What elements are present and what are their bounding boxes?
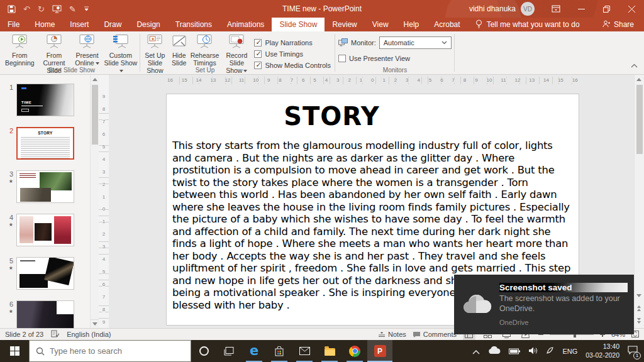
taskbar-edge[interactable]: e	[242, 340, 267, 362]
scroll-up-icon[interactable]	[91, 75, 99, 84]
onedrive-tray-icon[interactable]	[488, 346, 501, 357]
scroll-up-icon[interactable]	[635, 75, 643, 84]
tab-insert[interactable]: Insert	[62, 18, 96, 31]
taskbar-store[interactable]	[267, 340, 292, 362]
notification-toast[interactable]: Screenshot saved The screenshot was adde…	[454, 275, 634, 334]
tab-slide-show[interactable]: Slide Show	[272, 18, 325, 31]
comments-button[interactable]: Comments	[413, 331, 457, 338]
tab-help[interactable]: Help	[396, 18, 427, 31]
thumbnail-slide-1[interactable]: 1 TIME	[0, 84, 90, 116]
tab-design[interactable]: Design	[129, 18, 167, 31]
animation-star-icon: ★	[0, 265, 13, 272]
search-input[interactable]	[50, 346, 169, 356]
tell-me-box[interactable]: Tell me what you want to do	[468, 18, 587, 31]
slide-6-thumbnail[interactable]	[16, 300, 74, 328]
notes-button[interactable]: Notes	[378, 331, 406, 338]
customize-qat-icon[interactable]	[84, 6, 89, 11]
tab-draw[interactable]: Draw	[96, 18, 129, 31]
taskbar-mail[interactable]	[292, 340, 317, 362]
show-hidden-icons-button[interactable]	[472, 346, 480, 357]
start-button[interactable]	[0, 340, 29, 362]
mini-image	[44, 257, 74, 285]
monitor-icon	[338, 38, 348, 48]
action-center-button[interactable]: 1	[628, 346, 638, 357]
taskbar-file-explorer[interactable]	[317, 340, 342, 362]
slide-title[interactable]: STORY	[167, 102, 579, 131]
edge-icon: e	[250, 344, 258, 358]
task-view-button[interactable]	[216, 340, 242, 362]
tab-view[interactable]: View	[365, 18, 396, 31]
monitor-dropdown[interactable]: Automatic	[379, 36, 452, 49]
vertical-ruler-numbers: 9876543210123456789	[99, 94, 109, 325]
slide-5-thumbnail[interactable]	[16, 257, 74, 290]
mini-title: STORY	[18, 131, 73, 135]
spellcheck-icon[interactable]	[51, 330, 59, 339]
ribbon-separator	[454, 34, 455, 72]
checkbox-use-timings[interactable]: Use Timings	[254, 50, 331, 58]
cortana-button[interactable]	[191, 340, 216, 362]
thumbnail-slide-2[interactable]: 2 STORY	[0, 127, 90, 160]
taskbar-clock[interactable]: 13:40 03-02-2020	[586, 343, 619, 359]
tab-transitions[interactable]: Transitions	[168, 18, 219, 31]
next-slide-button[interactable]	[635, 316, 643, 325]
search-icon	[36, 347, 45, 356]
thumbnail-slide-3[interactable]: 3 ★	[0, 170, 90, 203]
thumbnail-slide-5[interactable]: 5 ★	[0, 257, 90, 290]
thumbnail-slide-4[interactable]: 4 ★	[0, 214, 90, 246]
scroll-down-icon[interactable]	[635, 291, 643, 300]
pen-icon[interactable]: ✎	[69, 5, 76, 13]
tab-review[interactable]: Review	[325, 18, 364, 31]
avatar[interactable]: VD	[521, 2, 535, 16]
scroll-down-icon[interactable]	[91, 319, 99, 328]
thumbnail-slide-6[interactable]: 6 ★	[0, 300, 90, 328]
user-name[interactable]: vidhi dhanuka	[469, 4, 516, 13]
thumbnail-scrollbar[interactable]	[90, 75, 99, 328]
slide-number: 2	[0, 127, 13, 134]
restore-button[interactable]	[594, 0, 619, 18]
slide-4-thumbnail[interactable]	[16, 214, 74, 246]
mail-icon	[299, 347, 310, 355]
undo-icon[interactable]: ↶	[23, 5, 30, 13]
start-slideshow-icon[interactable]	[52, 5, 62, 13]
language-indicator[interactable]: English (India)	[67, 331, 111, 338]
show-media-controls-label: Show Media Controls	[265, 62, 331, 69]
tab-file[interactable]: File	[0, 18, 27, 31]
taskbar-search[interactable]	[29, 340, 191, 362]
slide-indicator[interactable]: Slide 2 of 23	[5, 331, 43, 338]
checkbox-icon	[254, 39, 262, 47]
slide-2-thumbnail[interactable]: STORY	[16, 127, 74, 160]
mini-image	[20, 188, 51, 202]
ribbon-display-options-icon[interactable]	[543, 0, 569, 18]
collapse-ribbon-button[interactable]	[631, 59, 638, 70]
close-button[interactable]	[619, 0, 644, 18]
scrollbar-thumb[interactable]	[636, 85, 643, 154]
tab-animations[interactable]: Animations	[219, 18, 272, 31]
main-scrollbar[interactable]	[634, 75, 644, 328]
slide-1-thumbnail[interactable]: TIME	[16, 84, 74, 116]
from-beginning-button[interactable]: From Beginning	[5, 34, 35, 67]
mini-text	[20, 260, 35, 261]
hide-slide-button[interactable]: Hide Slide	[170, 34, 188, 67]
tab-acrobat[interactable]: Acrobat	[426, 18, 467, 31]
animation-star-icon: ★	[0, 178, 13, 185]
checkbox-use-presenter-view[interactable]: Use Presenter View	[338, 55, 452, 62]
taskbar-chrome[interactable]	[342, 340, 367, 362]
tab-home[interactable]: Home	[27, 18, 62, 31]
battery-icon[interactable]	[509, 346, 520, 357]
rehearse-timings-button[interactable]: Rehearse Timings	[191, 34, 219, 67]
scrollbar-thumb[interactable]	[92, 85, 98, 145]
minimize-button[interactable]	[569, 0, 594, 18]
share-button[interactable]: Share	[592, 18, 644, 31]
notification-app: OneDrive	[499, 319, 628, 326]
redo-icon[interactable]: ↻	[38, 5, 45, 13]
windows-ink-icon[interactable]	[546, 346, 554, 357]
save-icon[interactable]	[8, 5, 16, 13]
language-tray-indicator[interactable]: ENG	[562, 348, 577, 355]
checkbox-play-narrations[interactable]: Play Narrations	[254, 39, 331, 47]
notes-icon	[378, 331, 386, 337]
present-online-button[interactable]: Present Online	[74, 34, 101, 67]
slide-3-thumbnail[interactable]	[16, 170, 74, 203]
volume-icon[interactable]	[528, 346, 538, 357]
taskbar-powerpoint[interactable]: P	[367, 340, 392, 362]
previous-slide-button[interactable]	[635, 304, 643, 312]
